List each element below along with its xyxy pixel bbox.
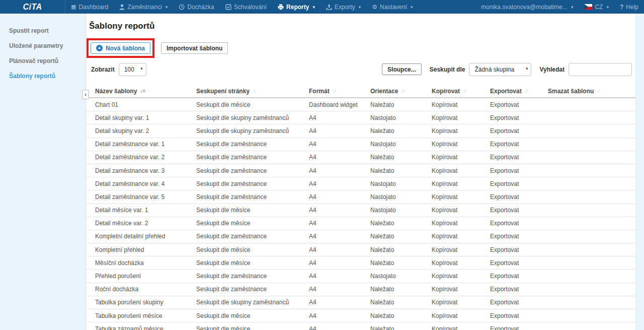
language-menu[interactable]: CZ ▾: [579, 0, 614, 14]
nav-item-label: Zaměstnanci: [127, 4, 162, 11]
copy-link[interactable]: Kopírovat: [432, 193, 490, 201]
chevron-down-icon: ▾: [166, 5, 168, 10]
export-link[interactable]: Exportovat: [490, 233, 548, 240]
nav-item-exporty[interactable]: Exporty▾: [320, 0, 366, 14]
export-link[interactable]: Exportovat: [490, 180, 548, 187]
copy-link[interactable]: Kopírovat: [432, 233, 490, 240]
import-template-button[interactable]: Importovat šablonu: [161, 42, 228, 54]
nav-item-reporty[interactable]: Reporty▾: [272, 0, 320, 14]
page-grouping-cell: Seskupit dle zaměstnance: [196, 167, 309, 174]
export-link[interactable]: Exportovat: [490, 114, 548, 121]
template-name-link[interactable]: Detail skupiny var. 1: [95, 114, 196, 121]
template-name-link[interactable]: Detail měsíce var. 1: [95, 207, 196, 214]
copy-link[interactable]: Kopírovat: [432, 246, 490, 253]
template-name-link[interactable]: Přehled porušení: [95, 273, 196, 280]
export-link[interactable]: Exportovat: [490, 299, 548, 306]
column-header-7[interactable]: Smazat šablonu↓↑: [548, 88, 635, 95]
nav-item-label: Docházka: [187, 4, 214, 11]
group-by-select[interactable]: Žádná skupina: [469, 63, 531, 76]
column-header-6[interactable]: Exportovat↓↑: [490, 88, 548, 95]
export-link[interactable]: Exportovat: [490, 167, 548, 174]
column-header-1[interactable]: Název šablony↓≡: [95, 88, 196, 95]
table-row: Tabulka záznamů měsíceSeskupit dle měsíc…: [86, 322, 635, 330]
printer-icon: [278, 4, 284, 10]
orientation-cell: Naležato: [370, 259, 432, 267]
user-menu[interactable]: monika.svatonova@mobatime... ▾: [475, 0, 579, 14]
nav-item-doch-zka[interactable]: Docházka: [173, 0, 219, 14]
page-grouping-cell: Seskupit dle měsíce: [196, 207, 309, 214]
copy-link[interactable]: Kopírovat: [432, 299, 490, 306]
page-grouping-cell: Seskupit dle měsíce: [196, 246, 309, 253]
template-name-link[interactable]: Tabulka porušení měsíce: [95, 312, 196, 319]
sort-ascending-icon: ↓≡: [140, 88, 145, 94]
show-entries-select[interactable]: 100: [119, 63, 146, 76]
column-header-4[interactable]: Orientace↓↑: [370, 88, 432, 95]
export-link[interactable]: Exportovat: [490, 141, 548, 148]
template-name-link[interactable]: Detail zaměstnance var. 3: [95, 167, 196, 174]
copy-link[interactable]: Kopírovat: [432, 312, 490, 319]
export-link[interactable]: Exportovat: [490, 154, 548, 161]
columns-button[interactable]: Sloupce...: [382, 63, 422, 75]
group-by-select-wrap: Žádná skupina: [469, 63, 531, 76]
copy-link[interactable]: Kopírovat: [432, 101, 490, 108]
export-link[interactable]: Exportovat: [490, 325, 548, 330]
export-link[interactable]: Exportovat: [490, 246, 548, 253]
sidebar-item-ulo-en-parametry[interactable]: Uložené parametry: [0, 38, 86, 53]
copy-link[interactable]: Kopírovat: [432, 127, 490, 135]
help-menu[interactable]: ? Help: [614, 0, 644, 14]
column-header-2[interactable]: Seskupení stránky↓↑: [196, 88, 309, 95]
template-name-link[interactable]: Tabulka záznamů měsíce: [95, 325, 196, 330]
copy-link[interactable]: Kopírovat: [432, 167, 490, 174]
export-link[interactable]: Exportovat: [490, 127, 548, 135]
column-header-3[interactable]: Formát↓↑: [309, 88, 370, 95]
nav-item-nastaven-[interactable]: ⚙Nastavení▾: [366, 0, 418, 14]
template-name-link[interactable]: Detail měsíce var. 2: [95, 220, 196, 227]
export-link[interactable]: Exportovat: [490, 286, 548, 293]
template-name-link[interactable]: Tabulka porušení skupiny: [95, 299, 196, 306]
template-name-link[interactable]: Kompletní detailní přehled: [95, 233, 196, 240]
page-grouping-cell: Seskupit dle měsíce: [196, 312, 309, 319]
template-name-link[interactable]: Detail zaměstnance var. 5: [95, 193, 196, 201]
template-name-link[interactable]: Detail zaměstnance var. 4: [95, 180, 196, 187]
copy-link[interactable]: Kopírovat: [432, 154, 490, 161]
template-name-link[interactable]: Detail zaměstnance var. 2: [95, 154, 196, 161]
copy-link[interactable]: Kopírovat: [432, 286, 490, 293]
orientation-cell: Nastojato: [370, 273, 432, 280]
nav-item-dashboard[interactable]: ▦Dashboard: [65, 0, 114, 14]
template-name-link[interactable]: Měsíční docházka: [95, 259, 196, 267]
template-name-link[interactable]: Detail skupiny var. 2: [95, 127, 196, 135]
export-link[interactable]: Exportovat: [490, 259, 548, 267]
collapse-panel-handle[interactable]: ‹: [82, 90, 89, 99]
copy-link[interactable]: Kopírovat: [432, 220, 490, 227]
new-template-button[interactable]: + Nová šablona: [91, 42, 150, 54]
copy-link[interactable]: Kopírovat: [432, 180, 490, 187]
format-cell: A4: [309, 259, 370, 267]
template-name-link[interactable]: Kompletní přehled: [95, 246, 196, 253]
copy-link[interactable]: Kopírovat: [432, 259, 490, 267]
export-link[interactable]: Exportovat: [490, 193, 548, 201]
copy-link[interactable]: Kopírovat: [432, 207, 490, 214]
export-link[interactable]: Exportovat: [490, 101, 548, 108]
column-header-5[interactable]: Kopírovat↓↑: [432, 88, 490, 95]
question-icon: ?: [620, 4, 623, 10]
export-link[interactable]: Exportovat: [490, 220, 548, 227]
copy-link[interactable]: Kopírovat: [432, 325, 490, 330]
nav-item-schvalov-n-[interactable]: Schvalování: [220, 0, 272, 14]
export-link[interactable]: Exportovat: [490, 312, 548, 319]
copy-link[interactable]: Kopírovat: [432, 141, 490, 148]
copy-link[interactable]: Kopírovat: [432, 273, 490, 280]
sidebar-item-spustit-report[interactable]: Spustit report: [0, 23, 86, 38]
page-grouping-cell: Seskupit dle zaměstnance: [196, 180, 309, 187]
template-name-link[interactable]: Roční docházka: [95, 286, 196, 293]
sidebar-item--ablony-report-[interactable]: Šablony reportů: [0, 69, 86, 84]
export-link[interactable]: Exportovat: [490, 273, 548, 280]
template-name-link[interactable]: Detail zaměstnance var. 1: [95, 141, 196, 148]
search-input[interactable]: [569, 63, 632, 76]
nav-item-zam-stnanci[interactable]: Zaměstnanci▾: [114, 0, 173, 14]
export-link[interactable]: Exportovat: [490, 207, 548, 214]
sidebar-item-pl-nova-report-[interactable]: Plánovač reportů: [0, 53, 86, 69]
template-name-link[interactable]: Chart 01: [95, 101, 196, 108]
sort-both-icon: ↓↑: [463, 88, 466, 94]
copy-link[interactable]: Kopírovat: [432, 114, 490, 121]
app-logo[interactable]: CiTA: [0, 0, 65, 14]
